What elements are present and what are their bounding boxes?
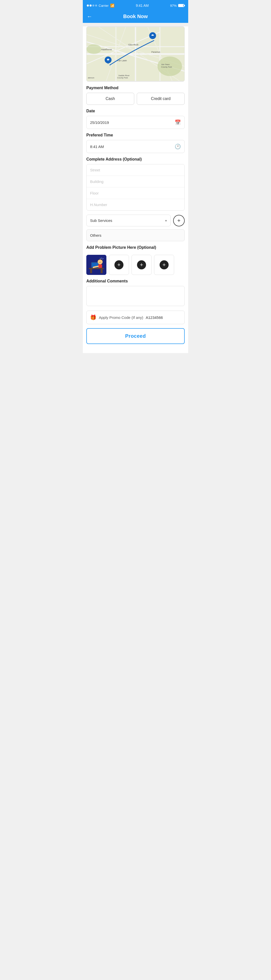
signal-dot-3 <box>92 5 94 6</box>
add-icon-3: + <box>160 260 169 269</box>
chevron-down-icon: ▾ <box>165 219 167 223</box>
svg-text:aterson: aterson <box>88 77 94 79</box>
battery-percent: 97% <box>170 4 177 8</box>
sub-services-label: Sub Services <box>90 218 112 223</box>
signal-strength <box>87 5 97 6</box>
address-group <box>86 164 185 211</box>
battery-fill <box>179 5 183 6</box>
svg-text:County Park: County Park <box>161 66 172 68</box>
svg-text:Glen Rock: Glen Rock <box>128 43 139 46</box>
page-title: Book Now <box>87 14 184 19</box>
sub-services-dropdown[interactable]: Sub Services ▾ <box>86 215 171 226</box>
carrier-label: Carrier <box>98 4 109 8</box>
credit-card-button[interactable]: Credit card <box>137 93 185 105</box>
svg-text:Paramus: Paramus <box>151 51 160 53</box>
svg-rect-31 <box>89 268 104 269</box>
payment-label: Payment Method <box>86 86 185 90</box>
calendar-icon: 📅 <box>174 119 181 126</box>
add-icon-2: + <box>137 260 146 269</box>
hnumber-input[interactable] <box>87 199 184 210</box>
status-right: 97% <box>170 4 184 8</box>
add-sub-service-button[interactable]: + <box>173 215 185 226</box>
svg-point-13 <box>87 44 101 54</box>
promo-label: Apply Promo Code (If any) <box>99 315 143 320</box>
sub-services-section: Sub Services ▾ + <box>83 211 188 226</box>
proceed-button[interactable]: Proceed <box>86 328 185 344</box>
time-value[interactable] <box>90 145 174 149</box>
problem-picture-section: Add Problem Picture Here (Optional) <box>83 241 188 250</box>
signal-dot-4 <box>95 5 97 6</box>
map-view: Hawthorne Glen Rock Paramus Fair Lawn Va… <box>87 27 184 81</box>
comments-label: Additional Comments <box>86 279 185 283</box>
add-picture-button-2[interactable]: + <box>132 255 152 275</box>
status-left: Carrier 📶 <box>87 3 114 8</box>
date-input[interactable]: 📅 <box>86 116 185 129</box>
street-input[interactable] <box>87 164 184 176</box>
time-section: Prefered Time 🕐 <box>83 129 188 153</box>
svg-text:Saddle River: Saddle River <box>119 75 130 76</box>
header: ← Book Now <box>83 11 188 23</box>
signal-dot-1 <box>87 5 89 6</box>
payment-section: Payment Method Cash Credit card <box>83 82 188 105</box>
date-value[interactable] <box>90 120 174 125</box>
address-label: Complete Address (Optional) <box>86 157 185 162</box>
svg-text:⚙: ⚙ <box>107 59 109 61</box>
gift-icon: 🎁 <box>90 314 97 320</box>
payment-options: Cash Credit card <box>86 93 185 105</box>
others-label: Others <box>90 233 101 237</box>
problem-thumbnail <box>86 255 106 275</box>
date-section: Date 📅 <box>83 105 188 129</box>
floor-input[interactable] <box>87 188 184 199</box>
pictures-row: + + + <box>83 252 188 275</box>
wifi-icon: 📶 <box>110 3 114 8</box>
svg-rect-32 <box>90 269 92 273</box>
address-section: Complete Address (Optional) <box>83 153 188 211</box>
back-button[interactable]: ← <box>87 13 92 20</box>
add-picture-button-3[interactable]: + <box>154 255 174 275</box>
building-input[interactable] <box>87 176 184 188</box>
svg-text:Van Saun: Van Saun <box>161 63 170 65</box>
add-picture-button-1[interactable]: + <box>109 255 129 275</box>
svg-rect-37 <box>98 264 102 268</box>
svg-text:Hawthorne: Hawthorne <box>101 48 112 51</box>
map-container[interactable]: Hawthorne Glen Rock Paramus Fair Lawn Va… <box>86 26 185 82</box>
comments-section: Additional Comments <box>83 275 188 283</box>
battery-icon <box>178 4 184 7</box>
clock-icon: 🕐 <box>174 143 181 150</box>
status-bar: Carrier 📶 9:41 AM 97% <box>83 0 188 11</box>
svg-text:County Park: County Park <box>117 77 128 79</box>
main-content: Hawthorne Glen Rock Paramus Fair Lawn Va… <box>83 26 188 353</box>
status-time: 9:41 AM <box>136 3 149 8</box>
time-input[interactable]: 🕐 <box>86 140 185 153</box>
add-icon-1: + <box>114 260 124 269</box>
promo-section[interactable]: 🎁 Apply Promo Code (If any) A1234566 <box>86 310 185 324</box>
others-box[interactable]: Others <box>86 229 185 241</box>
svg-rect-33 <box>101 269 103 273</box>
promo-code-value: A1234566 <box>146 315 163 320</box>
comments-input[interactable] <box>86 286 185 306</box>
plus-icon: + <box>177 217 181 224</box>
svg-line-40 <box>100 258 100 259</box>
signal-dot-2 <box>90 5 92 6</box>
problem-picture-label: Add Problem Picture Here (Optional) <box>86 245 185 250</box>
date-label: Date <box>86 109 185 113</box>
cash-button[interactable]: Cash <box>86 93 134 105</box>
time-label: Prefered Time <box>86 133 185 137</box>
